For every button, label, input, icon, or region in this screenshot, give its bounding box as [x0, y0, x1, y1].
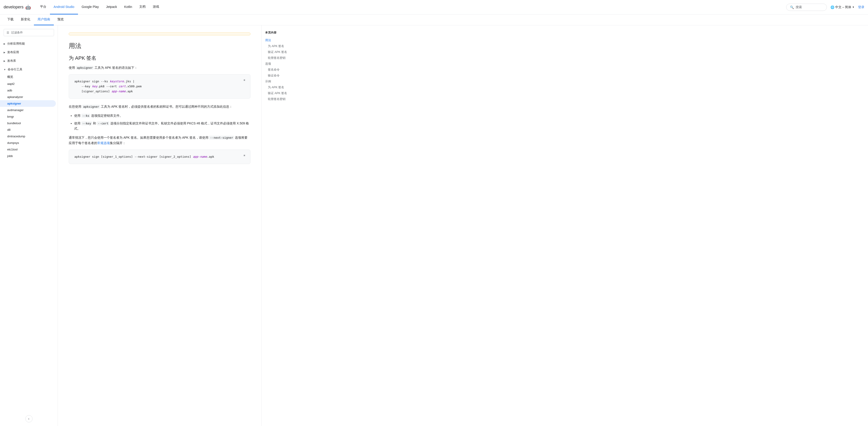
sidebar-section-label: 命令行工具 — [8, 67, 22, 72]
nav-item-平台[interactable]: 平台 — [36, 0, 50, 15]
sidebar-item-aapt2[interactable]: aapt2 — [0, 81, 58, 87]
filter-label: 过滤条件 — [11, 31, 23, 35]
main-content: 用法 为 APK 签名 使用 apksigner 工具为 APK 签名的语法如下… — [58, 25, 261, 426]
chevron-down-icon: ▼ — [852, 6, 855, 8]
sidebar-section-命令行工具: ▼命令行工具概览aapt2adbapkanalyzerapksigneravdm… — [0, 66, 58, 159]
top-nav: developers 🤖 平台Android StudioGoogle Play… — [0, 0, 868, 15]
search-label: 搜索 — [796, 5, 802, 9]
toc-content: 用法为 APK 签名验证 APK 签名轮替签名密钥选项签名命令验证命令示例为 A… — [265, 37, 307, 102]
nav-item-kotlin[interactable]: Kotlin — [121, 0, 135, 15]
subsection-title: 为 APK 签名 — [69, 55, 250, 61]
toc-item-选项[interactable]: 选项 — [265, 61, 307, 67]
para1: 在您使用 apksigner 工具为 APK 签名时，必须提供签名者的私钥和证书… — [69, 104, 250, 110]
toc-title: 本页内容 — [265, 31, 307, 35]
sidebar-section-label: 发布库 — [7, 59, 16, 63]
lang-label: 中文 – 简体 — [835, 5, 851, 9]
sidebar-section-label: 分析应用性能 — [7, 41, 25, 46]
code-line-2: --key key.pk8 --cert cert.x509.pem — [74, 84, 245, 89]
sub-nav: 下载新变化用户指南预览 — [0, 15, 868, 25]
toc-item-轮替签名密钥[interactable]: 轮替签名密钥 — [265, 96, 307, 102]
sidebar-item-apksigner[interactable]: apksigner — [0, 100, 56, 107]
code-line-4: apksigner sign [signer_1_options] --next… — [74, 154, 245, 159]
theme-toggle-button-2[interactable]: ☀ — [241, 152, 248, 159]
nav-item-jetpack[interactable]: Jetpack — [102, 0, 121, 15]
common-options-link[interactable]: 常规选项 — [97, 141, 110, 145]
sidebar-item-dumpsys[interactable]: dumpsys — [0, 140, 58, 146]
sidebar-item-bmgr[interactable]: bmgr — [0, 113, 58, 120]
bullet-list: 使用 --ks 选项指定密钥库文件。 使用 --key 和 --cert 选项分… — [74, 113, 250, 132]
sidebar-item-d8[interactable]: d8 — [0, 126, 58, 133]
sidebar-content: ▶分析应用性能▶发布应用▶发布库▼命令行工具概览aapt2adbapkanaly… — [0, 40, 58, 159]
sidebar-section-发布库: ▶发布库 — [0, 57, 58, 65]
sidebar-item-dmtracedump[interactable]: dmtracedump — [0, 133, 58, 140]
sidebar-section-分析应用性能: ▶分析应用性能 — [0, 40, 58, 48]
right-toc: 本页内容 用法为 APK 签名验证 APK 签名轮替签名密钥选项签名命令验证命令… — [261, 25, 311, 426]
chevron-icon: ▼ — [4, 68, 6, 71]
nav-right: 🔍 搜索 🌐 中文 – 简体 ▼ 登录 — [786, 4, 864, 11]
bullet-item-1: 使用 --ks 选项指定密钥库文件。 — [74, 113, 250, 118]
chevron-icon: ▶ — [4, 51, 5, 54]
sub-nav-item-新变化[interactable]: 新变化 — [17, 15, 34, 25]
toc-item-验证-apk-签名[interactable]: 验证 APK 签名 — [265, 49, 307, 55]
toc-item-示例[interactable]: 示例 — [265, 79, 307, 84]
sidebar-section-header-发布应用[interactable]: ▶发布应用 — [0, 49, 58, 56]
nav-item-游戏[interactable]: 游戏 — [149, 0, 163, 15]
sub-nav-item-用户指南[interactable]: 用户指南 — [34, 15, 54, 25]
sidebar-item-avdmanager[interactable]: avdmanager — [0, 107, 58, 113]
sidebar-item-etc1tool[interactable]: etc1tool — [0, 146, 58, 153]
sidebar-section-label: 发布应用 — [7, 50, 19, 54]
sidebar: ☰ 过滤条件 ▶分析应用性能▶发布应用▶发布库▼命令行工具概览aapt2adba… — [0, 25, 58, 426]
intro-text: 使用 apksigner 工具为 APK 签名的语法如下： — [69, 65, 250, 70]
toc-item-用法[interactable]: 用法 — [265, 37, 307, 43]
sidebar-section-header-分析应用性能[interactable]: ▶分析应用性能 — [0, 40, 58, 48]
site-logo[interactable]: developers 🤖 — [4, 4, 31, 10]
search-icon: 🔍 — [790, 5, 794, 9]
sidebar-item-jobb[interactable]: jobb — [0, 153, 58, 159]
bullet-item-2: 使用 --key 和 --cert 选项分别指定私钥文件和证书文件。私钥文件必须… — [74, 121, 250, 132]
toc-item-为-apk-签名[interactable]: 为 APK 签名 — [265, 43, 307, 49]
logo-text: developers — [4, 5, 24, 9]
nav-item-android-studio[interactable]: Android Studio — [50, 0, 78, 15]
globe-icon: 🌐 — [831, 5, 834, 9]
login-button[interactable]: 登录 — [858, 5, 864, 9]
sidebar-item-bundletool[interactable]: bundletool — [0, 120, 58, 126]
search-box[interactable]: 🔍 搜索 — [786, 4, 827, 11]
logo-icon: 🤖 — [25, 4, 31, 10]
sidebar-section-header-命令行工具[interactable]: ▼命令行工具 — [0, 66, 58, 73]
code-line-1: apksigner sign --ks keystore.jks | — [74, 79, 245, 84]
sub-nav-item-预览[interactable]: 预览 — [54, 15, 67, 25]
page-layout: ☰ 过滤条件 ▶分析应用性能▶发布应用▶发布库▼命令行工具概览aapt2adba… — [0, 25, 868, 426]
lang-selector[interactable]: 🌐 中文 – 简体 ▼ — [831, 5, 855, 9]
code-line-3: [signer_options] app-name.apk — [74, 89, 245, 94]
chevron-icon: ▶ — [4, 42, 5, 45]
filter-icon: ☰ — [6, 31, 9, 34]
nav-item-文档[interactable]: 文档 — [135, 0, 149, 15]
code-block-1: ☀ apksigner sign --ks keystore.jks | --k… — [69, 74, 250, 98]
section-title: 用法 — [69, 41, 250, 50]
para2: 通常情况下，您只会使用一个签名者为 APK 签名。如果您需要使用多个签名者为 A… — [69, 135, 250, 146]
sidebar-section-发布应用: ▶发布应用 — [0, 49, 58, 56]
toc-item-为-apk-签名[interactable]: 为 APK 签名 — [265, 84, 307, 90]
sub-nav-item-下载[interactable]: 下载 — [4, 15, 17, 25]
top-nav-items: 平台Android StudioGoogle PlayJetpackKotlin… — [36, 0, 163, 15]
filter-box[interactable]: ☰ 过滤条件 — [4, 29, 54, 36]
chevron-icon: ▶ — [4, 60, 5, 62]
sidebar-item-apkanalyzer[interactable]: apkanalyzer — [0, 94, 58, 100]
code-block-2: ☀ apksigner sign [signer_1_options] --ne… — [69, 149, 250, 164]
sidebar-item-概览[interactable]: 概览 — [0, 73, 58, 81]
toc-item-验证-apk-签名[interactable]: 验证 APK 签名 — [265, 90, 307, 96]
sidebar-collapse-button[interactable]: ‹ — [25, 415, 33, 422]
sidebar-section-header-发布库[interactable]: ▶发布库 — [0, 57, 58, 65]
toc-item-轮替签名密钥[interactable]: 轮替签名密钥 — [265, 55, 307, 61]
toc-item-验证命令[interactable]: 验证命令 — [265, 73, 307, 79]
sidebar-item-adb[interactable]: adb — [0, 87, 58, 94]
notice-bar — [69, 33, 250, 35]
nav-item-google-play[interactable]: Google Play — [78, 0, 102, 15]
theme-toggle-button[interactable]: ☀ — [241, 77, 248, 84]
toc-item-签名命令[interactable]: 签名命令 — [265, 67, 307, 73]
